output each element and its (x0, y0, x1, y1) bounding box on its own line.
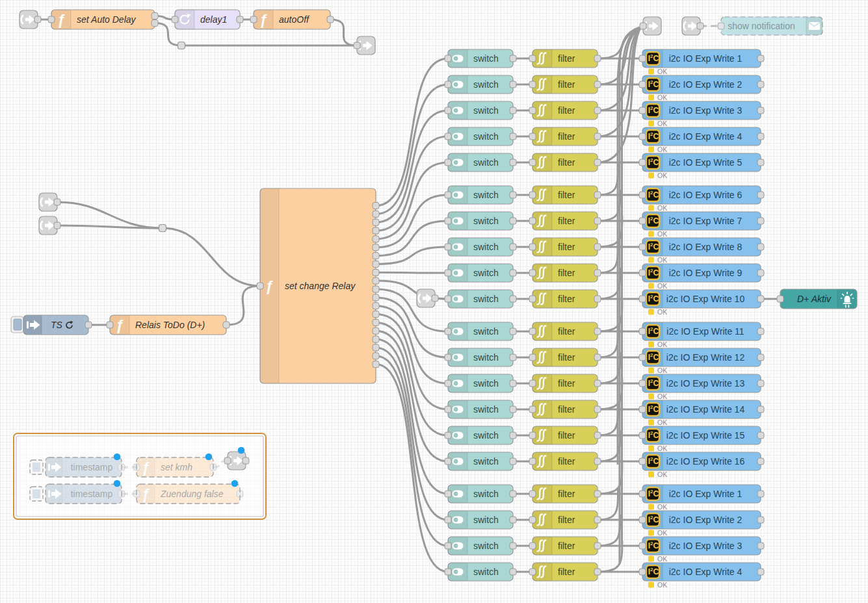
svg-text:ƒ: ƒ (142, 459, 150, 476)
svg-text:i2c IO Exp Write 2: i2c IO Exp Write 2 (669, 515, 743, 525)
svg-text:switch: switch (473, 53, 499, 64)
svg-text:C: C (653, 190, 659, 199)
svg-text:i2c IO Exp Write 1: i2c IO Exp Write 1 (669, 489, 743, 499)
svg-text:OK: OK (657, 503, 667, 511)
svg-text:switch: switch (473, 378, 499, 389)
svg-text:C: C (653, 431, 659, 440)
svg-text:C: C (653, 541, 659, 550)
svg-text:set Auto Delay: set Auto Delay (77, 14, 137, 25)
svg-text:switch: switch (473, 567, 499, 577)
svg-text:OK: OK (657, 470, 667, 478)
svg-text:switch: switch (473, 541, 499, 551)
svg-text:i2c IO Exp Write 12: i2c IO Exp Write 12 (666, 352, 745, 363)
svg-text:C: C (653, 80, 659, 89)
svg-text:filter: filter (558, 352, 575, 363)
svg-text:filter: filter (558, 515, 575, 525)
svg-text:OK: OK (657, 172, 667, 179)
svg-text:OK: OK (657, 94, 667, 101)
svg-text:i2c IO Exp Write 14: i2c IO Exp Write 14 (666, 404, 745, 415)
svg-text:C: C (653, 567, 659, 576)
svg-text:OK: OK (657, 68, 667, 75)
svg-text:D+ Aktiv: D+ Aktiv (797, 294, 832, 304)
svg-text:filter: filter (558, 430, 575, 441)
svg-text:switch: switch (473, 326, 499, 337)
svg-text:i2c IO Exp Write 7: i2c IO Exp Write 7 (669, 216, 743, 226)
svg-text:C: C (653, 132, 659, 141)
svg-text:i2c IO Exp Write 9: i2c IO Exp Write 9 (669, 268, 743, 278)
svg-text:i2c IO Exp Write 11: i2c IO Exp Write 11 (666, 326, 744, 337)
svg-text:OK: OK (657, 366, 667, 374)
svg-text:filter: filter (558, 268, 575, 278)
svg-text:switch: switch (473, 430, 499, 441)
svg-text:filter: filter (558, 378, 575, 389)
svg-text:OK: OK (657, 230, 667, 238)
svg-text:filter: filter (558, 404, 575, 415)
svg-text:switch: switch (473, 515, 499, 525)
svg-text:ƒ: ƒ (57, 12, 65, 28)
svg-text:filter: filter (558, 131, 575, 142)
svg-text:OK: OK (657, 418, 667, 426)
svg-text:switch: switch (473, 242, 499, 252)
svg-text:switch: switch (473, 131, 499, 142)
svg-text:switch: switch (473, 404, 499, 415)
svg-text:ƒ: ƒ (265, 278, 273, 294)
svg-text:filter: filter (558, 105, 575, 116)
svg-text:filter: filter (558, 53, 575, 64)
svg-text:set change Relay: set change Relay (285, 281, 356, 291)
svg-text:filter: filter (558, 567, 575, 577)
svg-text:OK: OK (657, 120, 667, 127)
svg-text:set kmh: set kmh (161, 462, 192, 472)
svg-text:TS: TS (51, 320, 63, 330)
svg-text:OK: OK (657, 308, 667, 316)
svg-text:Relais ToDo (D+): Relais ToDo (D+) (135, 320, 205, 330)
svg-text:OK: OK (657, 555, 667, 563)
svg-text:C: C (653, 515, 659, 524)
svg-text:switch: switch (473, 79, 499, 90)
svg-text:OK: OK (657, 204, 667, 212)
svg-text:switch: switch (473, 268, 499, 278)
svg-text:i2c IO Exp Write 3: i2c IO Exp Write 3 (669, 541, 743, 551)
svg-text:switch: switch (473, 294, 499, 304)
svg-text:i2c IO Exp Write 2: i2c IO Exp Write 2 (669, 79, 743, 90)
svg-text:i2c IO Exp Write 1: i2c IO Exp Write 1 (669, 53, 743, 64)
svg-text:filter: filter (558, 326, 575, 337)
svg-text:timestamp: timestamp (71, 462, 113, 472)
svg-text:filter: filter (558, 456, 575, 467)
svg-text:OK: OK (657, 340, 667, 348)
svg-text:C: C (653, 457, 659, 466)
svg-text:filter: filter (558, 242, 575, 252)
svg-text:timestamp: timestamp (71, 489, 113, 499)
svg-text:filter: filter (558, 157, 575, 168)
svg-text:filter: filter (558, 489, 575, 499)
svg-text:C: C (653, 489, 659, 498)
svg-text:C: C (653, 54, 659, 63)
svg-text:switch: switch (473, 190, 499, 200)
svg-text:Zuendung false: Zuendung false (160, 489, 224, 499)
svg-text:show notification: show notification (728, 21, 795, 31)
svg-text:C: C (653, 242, 659, 251)
svg-text:i2c IO Exp Write 10: i2c IO Exp Write 10 (666, 294, 745, 304)
svg-text:i2c IO Exp Write 16: i2c IO Exp Write 16 (666, 456, 745, 467)
svg-text:OK: OK (657, 146, 667, 153)
svg-text:OK: OK (657, 256, 667, 264)
svg-text:switch: switch (473, 456, 499, 467)
svg-text:i2c IO Exp Write 15: i2c IO Exp Write 15 (666, 430, 745, 441)
svg-text:autoOff: autoOff (279, 14, 310, 25)
svg-text:C: C (653, 327, 659, 336)
svg-text:i2c IO Exp Write 13: i2c IO Exp Write 13 (666, 378, 745, 389)
svg-text:C: C (653, 379, 659, 388)
svg-text:ƒ: ƒ (142, 486, 150, 502)
svg-text:filter: filter (558, 216, 575, 226)
svg-text:C: C (653, 353, 659, 362)
svg-text:OK: OK (657, 581, 667, 589)
svg-text:C: C (653, 294, 659, 303)
svg-text:C: C (653, 405, 659, 414)
svg-text:filter: filter (558, 294, 575, 304)
svg-text:C: C (653, 216, 659, 225)
svg-text:switch: switch (473, 216, 499, 226)
svg-text:i2c IO Exp Write 6: i2c IO Exp Write 6 (669, 190, 743, 200)
svg-text:OK: OK (657, 282, 667, 290)
svg-text:i2c IO Exp Write 3: i2c IO Exp Write 3 (669, 105, 743, 116)
svg-text:ƒ: ƒ (259, 12, 267, 28)
svg-text:delay1: delay1 (200, 14, 227, 25)
